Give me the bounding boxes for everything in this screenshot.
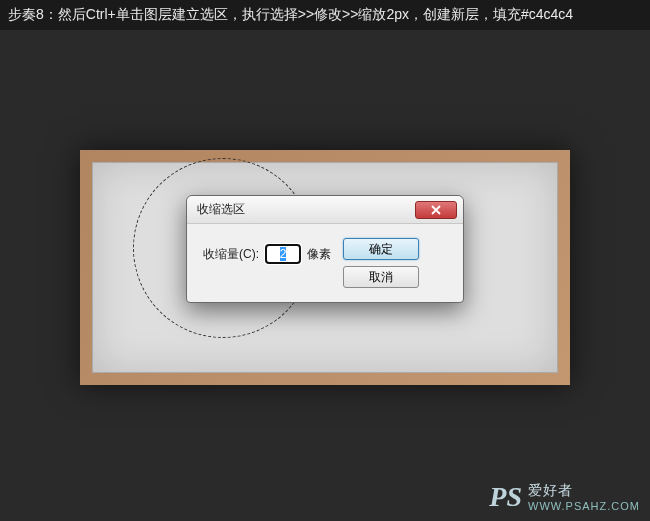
cancel-button[interactable]: 取消 (343, 266, 419, 288)
watermark-url: WWW.PSAHZ.COM (528, 500, 640, 512)
input-label: 收缩量(C): (203, 246, 259, 263)
watermark-text: 爱好者 (528, 482, 640, 500)
close-button[interactable] (415, 201, 457, 219)
contract-amount-row: 收缩量(C): 像素 (203, 238, 331, 264)
contract-amount-input[interactable] (265, 244, 301, 264)
watermark-text-group: 爱好者 WWW.PSAHZ.COM (528, 482, 640, 512)
unit-label: 像素 (307, 246, 331, 263)
contract-selection-dialog: 收缩选区 收缩量(C): 像素 确定 取消 (186, 195, 464, 303)
dialog-body: 收缩量(C): 像素 确定 取消 (187, 224, 463, 302)
close-icon (431, 205, 441, 215)
dialog-titlebar[interactable]: 收缩选区 (187, 196, 463, 224)
watermark: PS 爱好者 WWW.PSAHZ.COM (489, 481, 640, 513)
dialog-title: 收缩选区 (197, 201, 245, 218)
instruction-text: 步奏8：然后Ctrl+单击图层建立选区，执行选择>>修改>>缩放2px，创建新层… (0, 0, 650, 30)
dialog-button-group: 确定 取消 (343, 238, 419, 288)
ok-button[interactable]: 确定 (343, 238, 419, 260)
watermark-logo: PS (489, 481, 522, 513)
